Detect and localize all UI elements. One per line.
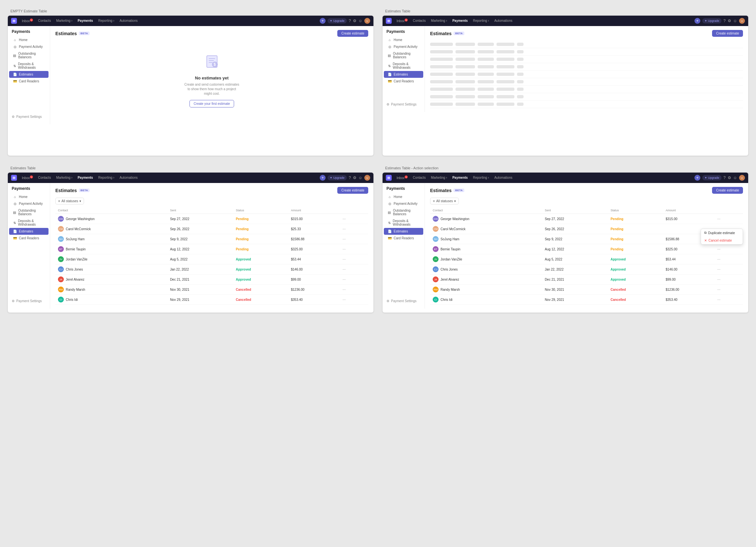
sidebar-item-card-readers[interactable]: 💳Card Readers (9, 235, 49, 242)
settings-icon[interactable]: ⚙ (353, 175, 357, 180)
nav-item-reporting[interactable]: Reporting › (471, 18, 491, 24)
profile-icon[interactable]: ☺ (358, 19, 362, 23)
help-icon[interactable]: ? (723, 175, 726, 180)
table-row[interactable]: RMRandy MarshNov 30, 2021Cancelled$1236.… (55, 285, 368, 295)
sidebar-item-deposits-&-withdrawals[interactable]: ⇅Deposits & Withdrawals (384, 61, 423, 71)
table-row[interactable]: CIChris IdiNov 29, 2021Cancelled$353.40·… (430, 295, 743, 305)
user-avatar[interactable]: U (739, 175, 745, 181)
sidebar-item-estimates[interactable]: 📄Estimates (384, 71, 423, 78)
profile-icon[interactable]: ☺ (733, 19, 737, 23)
action-item-duplicate-estimate[interactable]: ⧉Duplicate estimate (701, 229, 743, 237)
sidebar-item-card-readers[interactable]: 💳Card Readers (384, 235, 423, 242)
nav-item-reporting[interactable]: Reporting › (96, 175, 117, 181)
more-options-button[interactable]: ··· (341, 266, 347, 272)
sidebar-item-home[interactable]: ⌂Home (384, 193, 423, 200)
nav-item-marketing[interactable]: Marketing › (54, 175, 75, 181)
sidebar-item-outstanding-balances[interactable]: ▤Outstanding Balances (9, 207, 49, 217)
all-statuses-filter[interactable]: ≡All statuses▾ (55, 198, 84, 204)
sidebar-item-deposits-&-withdrawals[interactable]: ⇅Deposits & Withdrawals (384, 217, 423, 228)
sidebar-item-payment-activity[interactable]: ◎Payment Activity (9, 43, 49, 50)
nav-item-automations[interactable]: Automations (117, 175, 140, 181)
payment-settings[interactable]: ⚙Payment Settings (383, 297, 425, 305)
help-icon[interactable]: ? (349, 19, 351, 23)
settings-icon[interactable]: ⚙ (728, 175, 731, 180)
add-button[interactable]: + (694, 18, 700, 24)
nav-item-marketing[interactable]: Marketing › (54, 18, 75, 24)
upgrade-button[interactable]: ✦ Upgrade (702, 18, 721, 23)
nav-item-reporting[interactable]: Reporting › (471, 175, 491, 181)
add-button[interactable]: + (694, 175, 700, 181)
sidebar-item-estimates[interactable]: 📄Estimates (384, 228, 423, 235)
sidebar-item-outstanding-balances[interactable]: ▤Outstanding Balances (9, 50, 49, 61)
table-row[interactable]: RMRandy MarshNov 30, 2021Cancelled$1236.… (430, 285, 743, 295)
nav-item-automations[interactable]: Automations (117, 18, 140, 24)
table-row[interactable]: JVJordan VanZileAug 5, 2022Approved$53.4… (430, 254, 743, 264)
table-row[interactable]: JAJerel AlvarezDec 21, 2021Approved$99.0… (55, 274, 368, 285)
table-row[interactable]: BTBernie TaupinAug 12, 2022Pending$325.0… (430, 244, 743, 254)
table-row[interactable]: CMCarol McCormickSep 26, 2022Pending⧉Dup… (430, 224, 743, 234)
more-options-button[interactable]: ··· (341, 226, 347, 232)
profile-icon[interactable]: ☺ (358, 175, 362, 180)
payment-settings[interactable]: ⚙Payment Settings (383, 100, 425, 109)
nav-item-marketing[interactable]: Marketing › (428, 175, 449, 181)
payment-settings[interactable]: ⚙Payment Settings (8, 297, 50, 305)
more-options-button[interactable]: ··· (716, 287, 722, 292)
more-options-button[interactable]: ··· (716, 266, 722, 272)
more-options-button[interactable]: ··· (716, 246, 722, 252)
action-item-cancel-estimate[interactable]: ✕Cancel estimate (701, 237, 743, 244)
nav-item-payments[interactable]: Payments (75, 18, 95, 24)
sidebar-item-estimates[interactable]: 📄Estimates (9, 71, 49, 78)
table-row[interactable]: SHSoJung HamSep 9, 2022Pending$1586.88··… (430, 234, 743, 244)
nav-item-contacts[interactable]: Contacts (411, 175, 428, 181)
create-estimate-button[interactable]: Create estimate (337, 187, 368, 194)
nav-item-reporting[interactable]: Reporting › (96, 18, 117, 24)
sidebar-item-card-readers[interactable]: 💳Card Readers (384, 78, 423, 85)
sidebar-item-estimates[interactable]: 📄Estimates (9, 228, 49, 235)
more-options-button[interactable]: ··· (716, 256, 722, 262)
more-options-button[interactable]: ··· (341, 276, 347, 282)
settings-icon[interactable]: ⚙ (728, 19, 731, 23)
user-avatar[interactable]: U (739, 18, 745, 24)
more-options-button[interactable]: ··· (716, 276, 722, 282)
upgrade-button[interactable]: ✦ Upgrade (702, 175, 721, 180)
sidebar-item-payment-activity[interactable]: ◎Payment Activity (384, 43, 423, 50)
table-row[interactable]: JVJordan VanZileAug 5, 2022Approved$53.4… (55, 254, 368, 264)
more-options-button[interactable]: ··· (716, 216, 722, 222)
more-options-button[interactable]: ··· (341, 246, 347, 252)
more-options-button[interactable]: ··· (716, 297, 722, 302)
table-row[interactable]: SHSoJung HamSep 9, 2022Pending$1586.88··… (55, 234, 368, 244)
create-estimate-button[interactable]: Create estimate (337, 30, 368, 37)
table-row[interactable]: JAJerel AlvarezDec 21, 2021Approved$99.0… (430, 274, 743, 285)
sidebar-item-payment-activity[interactable]: ◎Payment Activity (384, 200, 423, 207)
help-icon[interactable]: ? (723, 19, 726, 23)
sidebar-item-home[interactable]: ⌂Home (384, 36, 423, 43)
sidebar-item-card-readers[interactable]: 💳Card Readers (9, 78, 49, 85)
sidebar-item-payment-activity[interactable]: ◎Payment Activity (9, 200, 49, 207)
sidebar-item-home[interactable]: ⌂Home (9, 36, 49, 43)
nav-item-inbox[interactable]: Inbox• (394, 18, 410, 24)
nav-item-automations[interactable]: Automations (492, 18, 515, 24)
nav-item-payments[interactable]: Payments (450, 175, 470, 181)
create-estimate-button[interactable]: Create estimate (712, 30, 743, 37)
upgrade-button[interactable]: ✦ Upgrade (328, 18, 347, 23)
nav-item-payments[interactable]: Payments (75, 175, 95, 181)
more-options-button[interactable]: ··· (341, 236, 347, 242)
upgrade-button[interactable]: ✦ Upgrade (328, 175, 347, 180)
more-options-button[interactable]: ··· (341, 297, 347, 302)
sidebar-item-outstanding-balances[interactable]: ▤Outstanding Balances (384, 207, 423, 217)
nav-item-inbox[interactable]: Inbox• (394, 175, 410, 181)
sidebar-item-deposits-&-withdrawals[interactable]: ⇅Deposits & Withdrawals (9, 217, 49, 228)
table-row[interactable]: GWGeorge WashingtonSep 27, 2022Pending$3… (55, 214, 368, 224)
nav-item-inbox[interactable]: Inbox• (20, 18, 35, 24)
add-button[interactable]: + (320, 175, 326, 181)
user-avatar[interactable]: U (364, 18, 370, 24)
help-icon[interactable]: ? (349, 175, 351, 180)
user-avatar[interactable]: U (364, 175, 370, 181)
nav-item-contacts[interactable]: Contacts (36, 18, 53, 24)
table-row[interactable]: BTBernie TaupinAug 12, 2022Pending$325.0… (55, 244, 368, 254)
settings-icon[interactable]: ⚙ (353, 19, 357, 23)
table-row[interactable]: CJChris JonesJan 22, 2022Approved$146.00… (430, 264, 743, 274)
sidebar-item-deposits-&-withdrawals[interactable]: ⇅Deposits & Withdrawals (9, 61, 49, 71)
table-row[interactable]: CIChris IdiNov 29, 2021Cancelled$353.40·… (55, 295, 368, 305)
add-button[interactable]: + (320, 18, 326, 24)
